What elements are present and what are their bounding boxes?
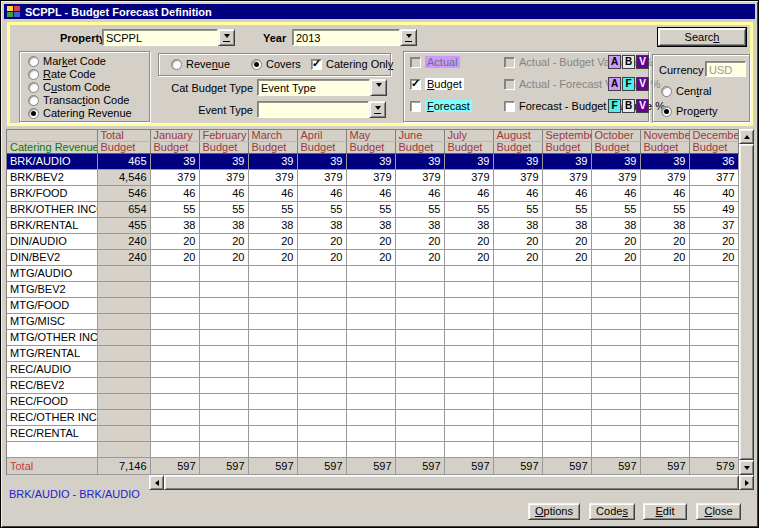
table-row[interactable]: BRK/FOOD546464646464646464646464640 — [7, 186, 738, 202]
row-label[interactable] — [7, 442, 97, 458]
cell[interactable] — [248, 330, 297, 346]
cell[interactable]: 20 — [297, 250, 346, 266]
cell[interactable] — [395, 410, 444, 426]
cell[interactable] — [640, 298, 689, 314]
cell[interactable]: 49 — [689, 202, 738, 218]
cell[interactable] — [297, 410, 346, 426]
row-label[interactable]: BRK/BEV2 — [7, 170, 97, 186]
cell[interactable]: 379 — [591, 170, 640, 186]
scroll-right-button[interactable] — [739, 475, 754, 490]
cell[interactable] — [689, 346, 738, 362]
cell[interactable]: 46 — [150, 186, 199, 202]
cell[interactable]: 379 — [395, 170, 444, 186]
cell[interactable] — [591, 314, 640, 330]
table-row[interactable]: BRK/RENTAL455383838383838383838383837 — [7, 218, 738, 234]
cell[interactable]: 38 — [640, 218, 689, 234]
cell[interactable] — [395, 426, 444, 442]
cell[interactable]: 379 — [346, 170, 395, 186]
cell[interactable]: 39 — [444, 154, 493, 170]
cell[interactable] — [150, 298, 199, 314]
cell[interactable]: 38 — [395, 218, 444, 234]
cell[interactable]: 46 — [248, 186, 297, 202]
cell[interactable] — [591, 362, 640, 378]
column-header[interactable]: February — [199, 130, 248, 142]
cell[interactable]: 20 — [640, 234, 689, 250]
cell[interactable]: 38 — [493, 218, 542, 234]
cell[interactable] — [689, 426, 738, 442]
cell[interactable]: 46 — [591, 186, 640, 202]
cell[interactable]: 36 — [689, 154, 738, 170]
cell[interactable] — [689, 282, 738, 298]
cell[interactable] — [150, 410, 199, 426]
cell[interactable]: 55 — [150, 202, 199, 218]
cell[interactable] — [248, 314, 297, 330]
cell[interactable] — [297, 426, 346, 442]
cell[interactable]: 20 — [150, 234, 199, 250]
cell[interactable]: 55 — [591, 202, 640, 218]
row-label[interactable]: REC/FOOD — [7, 394, 97, 410]
cell[interactable] — [297, 362, 346, 378]
cell[interactable] — [689, 394, 738, 410]
radio-central[interactable]: Central — [661, 85, 711, 97]
cell[interactable]: 240 — [97, 250, 150, 266]
cell[interactable]: 377 — [689, 170, 738, 186]
cell[interactable]: 20 — [199, 250, 248, 266]
cell[interactable] — [542, 378, 591, 394]
cell[interactable] — [150, 330, 199, 346]
cell[interactable]: 20 — [444, 234, 493, 250]
scroll-left-button[interactable] — [149, 475, 164, 490]
table-row[interactable]: MTG/FOOD — [7, 298, 738, 314]
column-header[interactable]: December — [689, 130, 738, 142]
checkbox-forecast[interactable]: Forecast — [410, 100, 472, 112]
cell[interactable] — [493, 266, 542, 282]
radio-covers[interactable]: Covers — [251, 58, 301, 70]
options-button[interactable]: Options — [528, 503, 580, 520]
row-label[interactable]: MTG/AUDIO — [7, 266, 97, 282]
cell[interactable] — [297, 298, 346, 314]
cell[interactable] — [542, 282, 591, 298]
cell[interactable] — [689, 378, 738, 394]
cell[interactable]: 39 — [542, 154, 591, 170]
cell[interactable] — [542, 426, 591, 442]
cell[interactable]: 46 — [444, 186, 493, 202]
cell[interactable] — [248, 266, 297, 282]
cell[interactable] — [689, 362, 738, 378]
cell[interactable] — [97, 362, 150, 378]
cell[interactable] — [542, 442, 591, 458]
cell[interactable]: 46 — [640, 186, 689, 202]
cell[interactable] — [150, 282, 199, 298]
cell[interactable] — [542, 314, 591, 330]
cell[interactable]: 20 — [346, 234, 395, 250]
cell[interactable] — [97, 346, 150, 362]
cell[interactable] — [248, 362, 297, 378]
cell[interactable]: 20 — [591, 250, 640, 266]
row-label[interactable]: BRK/AUDIO — [7, 154, 97, 170]
row-label[interactable]: REC/AUDIO — [7, 362, 97, 378]
cell[interactable] — [199, 266, 248, 282]
cell[interactable] — [444, 298, 493, 314]
column-header[interactable]: June — [395, 130, 444, 142]
cell[interactable] — [493, 330, 542, 346]
cell[interactable] — [248, 298, 297, 314]
cell[interactable]: 55 — [297, 202, 346, 218]
row-label[interactable]: MTG/RENTAL — [7, 346, 97, 362]
table-row[interactable]: REC/RENTAL — [7, 426, 738, 442]
cell[interactable] — [640, 330, 689, 346]
cell[interactable] — [444, 394, 493, 410]
cell[interactable] — [297, 282, 346, 298]
cell[interactable] — [248, 346, 297, 362]
cell[interactable] — [199, 394, 248, 410]
cell[interactable]: 38 — [297, 218, 346, 234]
cell[interactable] — [493, 346, 542, 362]
cell[interactable] — [542, 346, 591, 362]
cell[interactable]: 39 — [150, 154, 199, 170]
cell[interactable]: 20 — [346, 250, 395, 266]
row-label[interactable]: BRK/OTHER INCOME — [7, 202, 97, 218]
cell[interactable] — [199, 378, 248, 394]
row-label[interactable]: REC/RENTAL — [7, 426, 97, 442]
cell[interactable]: 20 — [689, 250, 738, 266]
row-label[interactable]: MTG/FOOD — [7, 298, 97, 314]
cell[interactable] — [395, 314, 444, 330]
radio-catering-revenue[interactable]: Catering Revenue — [28, 107, 132, 119]
cell[interactable]: 20 — [248, 250, 297, 266]
